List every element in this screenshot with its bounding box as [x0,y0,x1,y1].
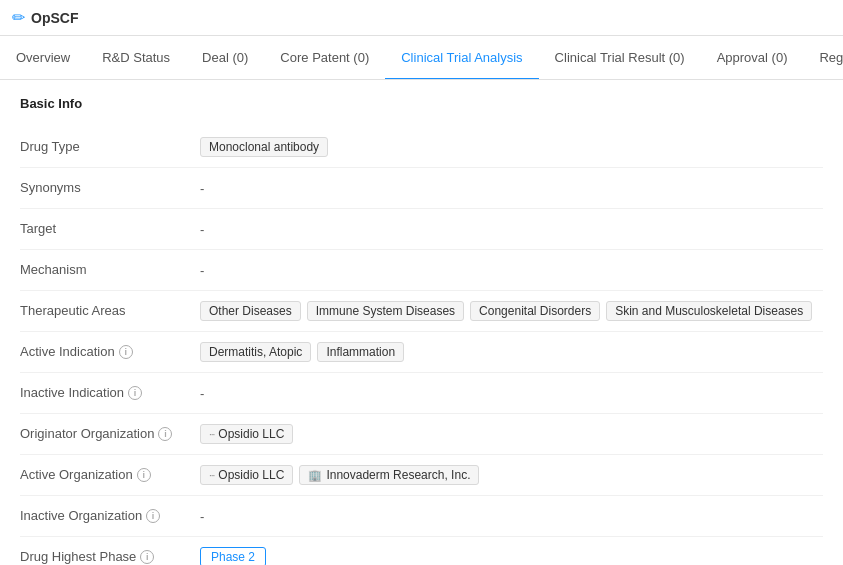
field-row-inactive-organization: Inactive Organizationi- [20,496,823,537]
tab-overview[interactable]: Overview [0,36,86,80]
org-name-originator-organization-0: Opsidio LLC [218,427,284,441]
info-icon-inactive-organization[interactable]: i [146,509,160,523]
app-logo-icon: ✏ [12,8,25,27]
building-icon: 🏢 [308,469,322,482]
info-icon-active-indication[interactable]: i [119,345,133,359]
tag-therapeutic-areas-3: Skin and Musculoskeletal Diseases [606,301,812,321]
tabs-bar: OverviewR&D StatusDeal (0)Core Patent (0… [0,36,843,80]
field-label-inactive-organization: Inactive Organizationi [20,506,200,523]
dots-icon: ··· [209,470,214,481]
info-icon-active-organization[interactable]: i [137,468,151,482]
org-name-active-organization-0: Opsidio LLC [218,468,284,482]
field-row-inactive-indication: Inactive Indicationi- [20,373,823,414]
dots-icon: ··· [209,429,214,440]
field-value-therapeutic-areas: Other DiseasesImmune System DiseasesCong… [200,301,823,321]
tab-clinical-trial-analysis[interactable]: Clinical Trial Analysis [385,36,538,80]
main-content: Basic Info Drug TypeMonoclonal antibodyS… [0,80,843,565]
field-label-active-indication: Active Indicationi [20,342,200,359]
field-row-target: Target- [20,209,823,250]
field-label-drug-type: Drug Type [20,137,200,154]
tab-regulation[interactable]: Regulation (0) [803,36,843,80]
field-value-inactive-organization: - [200,506,823,526]
field-row-synonyms: Synonyms- [20,168,823,209]
field-label-synonyms: Synonyms [20,178,200,195]
field-label-therapeutic-areas: Therapeutic Areas [20,301,200,318]
field-value-synonyms: - [200,178,823,198]
tab-rd-status[interactable]: R&D Status [86,36,186,80]
tab-clinical-trial-result[interactable]: Clinical Trial Result (0) [539,36,701,80]
phase-tag-drug-highest-phase-0: Phase 2 [200,547,266,565]
field-value-active-indication: Dermatitis, AtopicInflammation [200,342,823,362]
org-tag-originator-organization-0[interactable]: ···Opsidio LLC [200,424,293,444]
tag-therapeutic-areas-1: Immune System Diseases [307,301,464,321]
field-value-originator-organization: ···Opsidio LLC [200,424,823,444]
field-row-drug-type: Drug TypeMonoclonal antibody [20,127,823,168]
field-row-therapeutic-areas: Therapeutic AreasOther DiseasesImmune Sy… [20,291,823,332]
info-icon-inactive-indication[interactable]: i [128,386,142,400]
app-title: OpSCF [31,10,78,26]
org-tag-active-organization-0[interactable]: ···Opsidio LLC [200,465,293,485]
tag-active-indication-0: Dermatitis, Atopic [200,342,311,362]
tag-drug-type-0: Monoclonal antibody [200,137,328,157]
field-label-inactive-indication: Inactive Indicationi [20,383,200,400]
field-label-active-organization: Active Organizationi [20,465,200,482]
field-value-target: - [200,219,823,239]
fields-container: Drug TypeMonoclonal antibodySynonyms-Tar… [20,127,823,565]
dash-mechanism: - [200,263,204,278]
info-icon-drug-highest-phase[interactable]: i [140,550,154,564]
field-label-drug-highest-phase: Drug Highest Phasei [20,547,200,564]
field-row-active-indication: Active IndicationiDermatitis, AtopicInfl… [20,332,823,373]
field-row-originator-organization: Originator Organizationi···Opsidio LLC [20,414,823,455]
field-row-drug-highest-phase: Drug Highest PhaseiPhase 2 [20,537,823,565]
field-label-mechanism: Mechanism [20,260,200,277]
dash-inactive-organization: - [200,509,204,524]
field-row-active-organization: Active Organizationi···Opsidio LLC🏢Innov… [20,455,823,496]
field-label-target: Target [20,219,200,236]
dash-target: - [200,222,204,237]
tab-core-patent[interactable]: Core Patent (0) [264,36,385,80]
org-tag-active-organization-1[interactable]: 🏢Innovaderm Research, Inc. [299,465,479,485]
tag-therapeutic-areas-0: Other Diseases [200,301,301,321]
tag-therapeutic-areas-2: Congenital Disorders [470,301,600,321]
tag-active-indication-1: Inflammation [317,342,404,362]
field-row-mechanism: Mechanism- [20,250,823,291]
tab-approval[interactable]: Approval (0) [701,36,804,80]
field-value-mechanism: - [200,260,823,280]
field-label-originator-organization: Originator Organizationi [20,424,200,441]
dash-inactive-indication: - [200,386,204,401]
field-value-drug-type: Monoclonal antibody [200,137,823,157]
field-value-drug-highest-phase: Phase 2 [200,547,823,565]
org-name-active-organization-1: Innovaderm Research, Inc. [326,468,470,482]
app-header: ✏ OpSCF [0,0,843,36]
section-title: Basic Info [20,96,823,115]
info-icon-originator-organization[interactable]: i [158,427,172,441]
field-value-inactive-indication: - [200,383,823,403]
dash-synonyms: - [200,181,204,196]
tab-deal[interactable]: Deal (0) [186,36,264,80]
field-value-active-organization: ···Opsidio LLC🏢Innovaderm Research, Inc. [200,465,823,485]
